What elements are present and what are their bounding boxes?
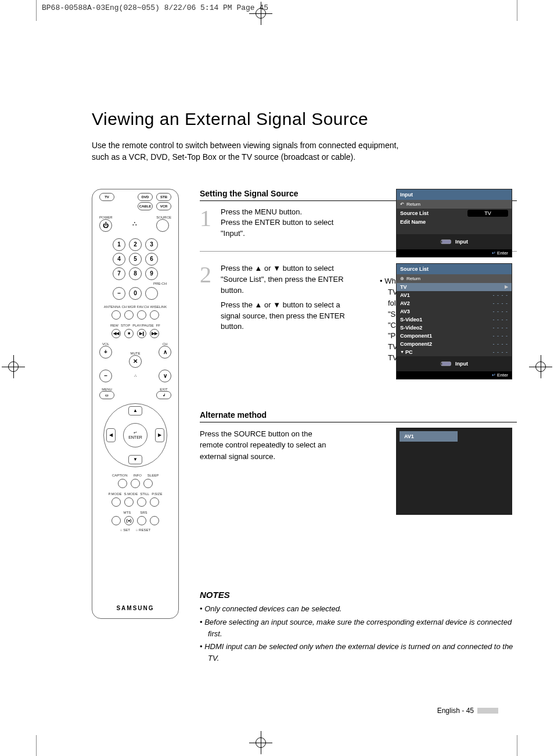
osd2-row-av2: AV2 (400, 300, 493, 306)
info-button (131, 479, 140, 488)
mute-icon: ✕ (129, 355, 142, 368)
osd2-row-svideo1-v: - - - - (493, 317, 509, 323)
osd-row-source-list: Source List (400, 210, 467, 216)
antenna-button (111, 310, 121, 320)
osd2-row-component1-v: - - - - (493, 333, 509, 339)
source-button (156, 219, 169, 232)
osd2-return-row: ⊕Return (397, 274, 512, 283)
registration-mark (535, 361, 546, 372)
osd-row-edit-name: Edit Name (400, 219, 508, 225)
dpad: ▲ ▼ ◀ ▶ ↵ENTER (103, 403, 167, 467)
trim-mark (36, 735, 37, 756)
play-label: PLAY/PAUSE (132, 324, 153, 327)
extra-button-1 (137, 516, 146, 525)
pmode-button (111, 497, 121, 507)
registration-mark (8, 361, 19, 372)
source-label: SOURCE (156, 216, 171, 219)
page-number-bar (477, 708, 498, 714)
vol-up-icon: + (99, 346, 112, 359)
osd2-row-av3: AV3 (400, 309, 493, 314)
mute-label: MUTE (129, 352, 142, 355)
ch-down-icon: ∨ (159, 370, 171, 382)
num-6: 6 (145, 253, 158, 266)
chmgr-button (124, 310, 134, 320)
alt-screen-label: AV1 (400, 431, 458, 442)
num-9: 9 (145, 267, 158, 280)
menu-label: MENU (99, 388, 114, 391)
extra-button-2 (150, 516, 159, 525)
num-0: 0 (129, 287, 142, 300)
num-4: 4 (113, 253, 125, 266)
exit-button: ↲ (156, 391, 171, 399)
psize-button (150, 497, 159, 507)
favch-label: FAV.CH (137, 305, 149, 309)
ch-up-icon: ∧ (159, 346, 171, 359)
return-icon: ↶ (400, 202, 404, 207)
play-icon: ▶‖ (137, 329, 146, 338)
dpad-right-icon: ▶ (155, 428, 164, 442)
menu-button: ▭ (99, 391, 114, 399)
trim-mark (36, 0, 37, 21)
osd2-icon-bar: Input (397, 356, 512, 371)
osd2-row-av3-v: - - - - (493, 309, 509, 314)
dpad-up-icon: ▲ (128, 406, 142, 415)
registration-mark (256, 737, 266, 748)
osd2-footer: ↵ Enter (397, 371, 512, 379)
num-8: 8 (129, 267, 142, 280)
prech-label: PRE-CH (153, 282, 167, 285)
num-dash: – (113, 287, 125, 300)
power-icon: ⏻ (99, 219, 112, 232)
still-button (137, 497, 146, 507)
osd2-row-pc: PC (405, 349, 493, 355)
mts-label: MTS (123, 511, 131, 514)
registration-mark (256, 8, 266, 19)
num-3: 3 (145, 238, 158, 251)
vol-down-icon: – (99, 370, 112, 382)
wiselink-label: WISELINK (150, 305, 167, 309)
rew-label: REW (110, 324, 118, 327)
osd2-row-svideo2-v: - - - - (493, 325, 509, 331)
num-2: 2 (129, 238, 142, 251)
dpad-left-icon: ◀ (106, 428, 116, 442)
favch-button (137, 310, 146, 320)
num-5: 5 (129, 253, 142, 266)
svg-rect-2 (441, 361, 451, 366)
stop-label: STOP (121, 324, 130, 327)
alt-method-text: Press the SOURCE button on the remote co… (200, 428, 328, 463)
notes-heading: NOTES (200, 590, 517, 600)
chevron-down-icon: ▼ (400, 350, 404, 354)
rew-icon: ◀◀ (111, 329, 121, 338)
page-content: Viewing an External Signal Source Use th… (36, 28, 517, 731)
svg-rect-1 (440, 241, 442, 242)
input-icon (440, 360, 452, 368)
smode-button (124, 497, 134, 507)
svg-rect-3 (440, 363, 442, 364)
chevron-right-icon: ▶ (505, 284, 508, 289)
pmode-label: P.MODE (109, 492, 122, 496)
caption-label: CAPTION (112, 474, 128, 477)
samsung-logo: SAMSUNG (116, 605, 154, 611)
note-item: HDMI input can be selected only when the… (200, 641, 517, 664)
osd2-row-av2-v: - - - - (493, 300, 509, 306)
osd-footer: ↵ Enter (397, 249, 512, 257)
mts-button (111, 516, 121, 525)
trim-mark (517, 735, 517, 756)
remote-dvd-button: DVD (138, 193, 153, 201)
step1-line2: Press the ENTER button to select "Input"… (221, 217, 354, 239)
exit-label: EXIT (156, 388, 171, 391)
step-number-1: 1 (200, 207, 216, 240)
still-label: STILL (140, 492, 149, 496)
srs-label: SRS (140, 511, 147, 514)
ff-icon: ▶▶ (150, 329, 159, 338)
osd2-row-tv: TV (400, 284, 502, 290)
vol-label: VOL (99, 342, 112, 346)
caption-button (118, 479, 127, 488)
remote-stb-button: STB (156, 193, 171, 201)
remote-control-illustration: TV DVD STB CABLE VCR POWER⏻ ∴ (92, 189, 179, 619)
psize-label: P.SIZE (152, 492, 162, 496)
srs-button: (●) (124, 516, 134, 525)
remote-tv-button: TV (99, 193, 114, 201)
osd2-row-svideo1: S-Video1 (400, 317, 493, 323)
osd2-row-component2-v: - - - - (493, 341, 509, 347)
page-number: English - 45 (437, 707, 498, 715)
